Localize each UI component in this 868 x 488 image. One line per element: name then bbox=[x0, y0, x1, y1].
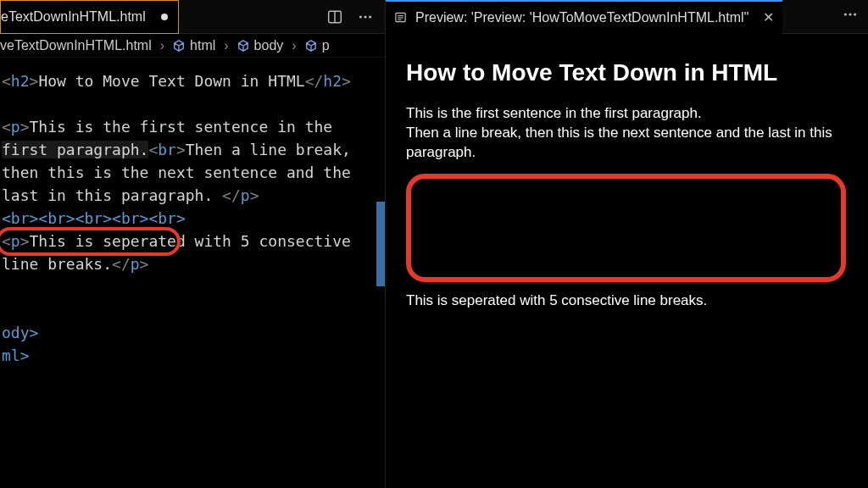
preview-paragraph-2: This is seperated with 5 consective line… bbox=[406, 291, 848, 310]
close-icon[interactable]: ✕ bbox=[758, 9, 774, 25]
preview-tab[interactable]: Preview: 'Preview: 'HowToMoveTextDownInH… bbox=[386, 0, 782, 34]
breadcrumb-html[interactable]: html bbox=[190, 38, 215, 53]
svg-point-2 bbox=[359, 15, 362, 18]
chevron-right-icon: › bbox=[290, 38, 298, 53]
preview-content: How to Move Text Down in HTML This is th… bbox=[386, 34, 868, 488]
br-sequence: <br><br><br><br><br> bbox=[2, 209, 186, 227]
breadcrumb-file[interactable]: veTextDownInHTML.html bbox=[0, 38, 152, 53]
preview-heading: How to Move Text Down in HTML bbox=[406, 59, 848, 86]
scrollbar-indicator[interactable] bbox=[376, 202, 385, 286]
more-actions-icon[interactable] bbox=[832, 7, 868, 26]
svg-point-4 bbox=[369, 15, 371, 18]
element-icon bbox=[173, 40, 185, 52]
element-icon bbox=[305, 40, 317, 52]
red-annotation-box-right bbox=[406, 174, 846, 282]
tab-label: eTextDownInHTML.html bbox=[1, 9, 146, 25]
unsaved-dot-icon bbox=[161, 14, 168, 20]
chevron-right-icon: › bbox=[222, 38, 230, 53]
breadcrumb-p[interactable]: p bbox=[322, 38, 330, 53]
svg-point-9 bbox=[844, 13, 847, 15]
editor-tab[interactable]: eTextDownInHTML.html bbox=[0, 0, 179, 34]
element-icon bbox=[237, 40, 249, 52]
svg-point-11 bbox=[854, 13, 856, 15]
editor-pane: eTextDownInHTML.html veTextDownInHTML.ht… bbox=[0, 0, 386, 488]
chevron-right-icon: › bbox=[159, 38, 166, 53]
preview-paragraph-1: This is the first sentence in the first … bbox=[406, 103, 848, 162]
preview-tab-label: Preview: 'Preview: 'HowToMoveTextDownInH… bbox=[415, 10, 749, 25]
preview-pane: Preview: 'Preview: 'HowToMoveTextDownInH… bbox=[386, 0, 868, 488]
svg-point-10 bbox=[849, 13, 851, 15]
code-editor[interactable]: <h2>How to Move Text Down in HTML</h2> <… bbox=[0, 58, 385, 488]
svg-point-3 bbox=[364, 15, 366, 18]
more-actions-icon[interactable] bbox=[358, 9, 373, 25]
breadcrumb[interactable]: veTextDownInHTML.html › html › body › p bbox=[0, 34, 385, 58]
preview-icon bbox=[394, 11, 407, 24]
breadcrumb-body[interactable]: body bbox=[254, 38, 284, 53]
split-editor-icon[interactable] bbox=[327, 9, 342, 25]
preview-tabbar: Preview: 'Preview: 'HowToMoveTextDownInH… bbox=[386, 0, 868, 34]
editor-tabbar: eTextDownInHTML.html bbox=[0, 0, 385, 34]
